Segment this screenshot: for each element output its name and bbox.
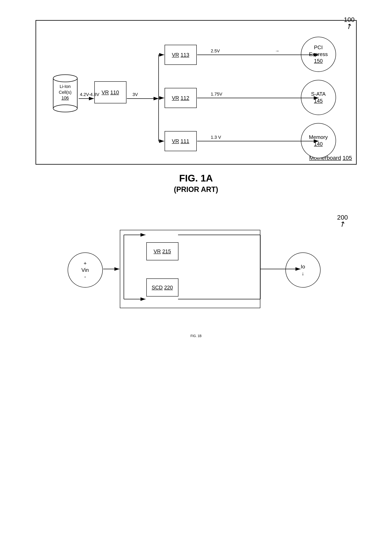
- io-circle: Io ↓: [285, 253, 321, 288]
- battery-cylinder: Li-Ion Cell(s) 106: [52, 72, 78, 113]
- vr215-box: VR 215: [146, 242, 178, 260]
- diagram-1a: Li-Ion Cell(s) 106 VR 110 VR: [44, 29, 348, 156]
- fig1a-prior-art: (PRIOR ART): [25, 185, 367, 194]
- vr112-box: VR 112: [165, 88, 197, 108]
- svg-point-2: [53, 105, 77, 112]
- svg-text:2.5V: 2.5V: [211, 48, 220, 53]
- fig1a-container: 100 ↗ Motherboard 105: [25, 20, 367, 194]
- diagram-1b: + Vin - VR 215 SCD 220: [56, 214, 337, 326]
- motherboard-box: Motherboard 105 Li-Ion: [36, 20, 357, 165]
- page: 100 ↗ Motherboard 105: [0, 0, 392, 535]
- fig1b-caption: FIG. 1B: [16, 334, 376, 338]
- battery-svg: [52, 72, 78, 113]
- fig1a-title: FIG. 1A: [25, 173, 367, 184]
- fig1a-caption: FIG. 1A (PRIOR ART): [25, 173, 367, 194]
- svg-text:1.3 V: 1.3 V: [211, 135, 221, 140]
- scd220-box: SCD 220: [146, 278, 178, 296]
- vin-circle: + Vin -: [68, 253, 103, 288]
- vr113-box: VR 113: [165, 45, 197, 65]
- ref-number-200: 200 ↗: [337, 214, 348, 228]
- svg-text:3V: 3V: [132, 92, 138, 97]
- pci-express-circle: PCI Express 150: [301, 37, 336, 72]
- vr110-box: VR 110: [94, 81, 126, 103]
- svg-text:→: →: [275, 48, 279, 53]
- svg-point-1: [53, 75, 77, 82]
- sata-circle: S-ATA 145: [301, 80, 336, 115]
- memory-circle: Memory 140: [301, 123, 336, 158]
- fig1b-section: 200 ↗ + Vin - VR 215: [16, 214, 376, 338]
- svg-rect-0: [53, 78, 77, 108]
- big-rect-1b: VR 215 SCD 220: [120, 230, 260, 308]
- vr111-box: VR 111: [165, 131, 197, 151]
- svg-text:1.75V: 1.75V: [211, 92, 222, 97]
- fig1b-title: FIG. 1B: [16, 334, 376, 338]
